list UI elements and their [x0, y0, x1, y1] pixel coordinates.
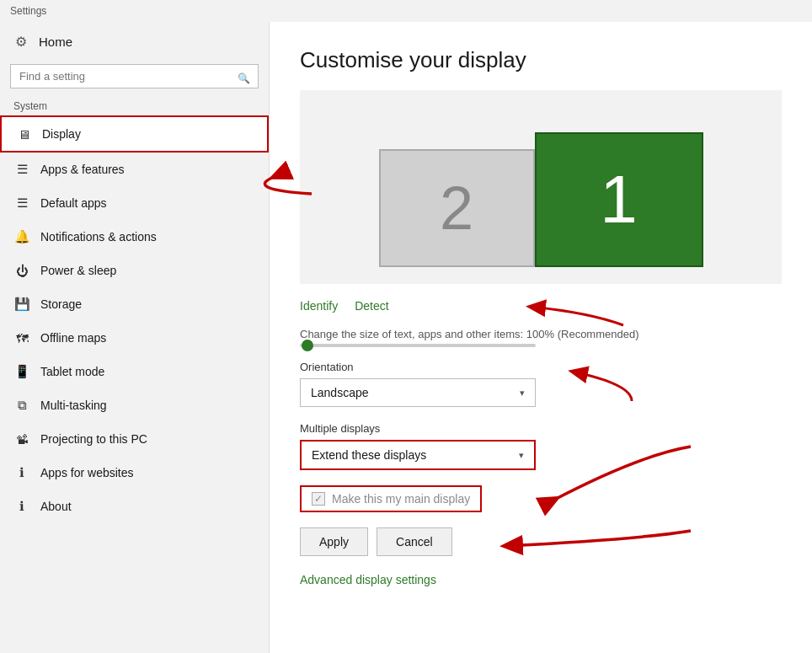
- power-sleep-label: Power & sleep: [40, 264, 116, 277]
- sidebar-display-label: Display: [42, 127, 81, 141]
- sidebar-item-home[interactable]: ⚙ Home: [0, 22, 269, 61]
- apps-features-icon: ☰: [13, 161, 30, 178]
- sidebar-item-default-apps[interactable]: ☰ Default apps: [0, 186, 269, 220]
- advanced-display-link[interactable]: Advanced display settings: [300, 573, 436, 586]
- main-content: Customise your display 2 1 Identify Dete…: [270, 22, 812, 653]
- orientation-dropdown[interactable]: Landscape ▾: [300, 378, 536, 407]
- tablet-mode-label: Tablet mode: [40, 365, 104, 378]
- monitor-1[interactable]: 1: [535, 132, 703, 267]
- sidebar-item-display[interactable]: 🖥 Display: [0, 115, 269, 153]
- about-icon: ℹ: [13, 498, 30, 515]
- power-icon: ⏻: [13, 262, 30, 279]
- make-main-label: Make this my main display: [332, 492, 470, 506]
- display-links: Identify Detect: [300, 299, 782, 313]
- projecting-icon: 📽: [13, 431, 30, 447]
- page-title: Customise your display: [300, 47, 782, 73]
- multiple-displays-dropdown-arrow: ▾: [519, 450, 524, 461]
- multitasking-label: Multi-tasking: [40, 399, 107, 412]
- orientation-dropdown-arrow: ▾: [520, 388, 525, 399]
- sidebar-item-notifications[interactable]: 🔔 Notifications & actions: [0, 220, 269, 254]
- title-bar: Settings: [0, 0, 812, 22]
- notifications-label: Notifications & actions: [40, 230, 157, 244]
- home-label: Home: [39, 35, 72, 49]
- offline-maps-label: Offline maps: [40, 331, 106, 345]
- notifications-icon: 🔔: [13, 228, 30, 245]
- sidebar-item-tablet-mode[interactable]: 📱 Tablet mode: [0, 355, 269, 388]
- sidebar-item-apps-websites[interactable]: ℹ Apps for websites: [0, 456, 269, 490]
- display-preview: 2 1: [300, 90, 782, 284]
- app-title: Settings: [10, 5, 46, 17]
- sidebar-item-offline-maps[interactable]: 🗺 Offline maps: [0, 321, 269, 355]
- sidebar-item-power-sleep[interactable]: ⏻ Power & sleep: [0, 254, 269, 287]
- tablet-mode-icon: 📱: [13, 363, 30, 380]
- make-main-checkbox[interactable]: ✓: [312, 492, 325, 506]
- make-main-display-row[interactable]: ✓ Make this my main display: [300, 485, 482, 512]
- scale-slider-track[interactable]: [300, 344, 536, 347]
- display-icon: 🖥: [15, 126, 32, 142]
- search-row: 🔍: [0, 61, 269, 95]
- multiple-displays-label: Multiple displays: [300, 422, 782, 435]
- projecting-label: Projecting to this PC: [40, 432, 147, 446]
- cancel-button[interactable]: Cancel: [377, 527, 452, 556]
- apps-features-label: Apps & features: [40, 163, 125, 176]
- button-row: Apply Cancel: [300, 527, 782, 556]
- multiple-displays-value: Extend these displays: [312, 448, 426, 462]
- multitasking-icon: ⧉: [13, 397, 30, 414]
- apply-button[interactable]: Apply: [300, 527, 368, 556]
- scale-label: Change the size of text, apps and other …: [300, 328, 782, 340]
- sidebar-item-storage[interactable]: 💾 Storage: [0, 287, 269, 321]
- sidebar-item-about[interactable]: ℹ About: [0, 490, 269, 523]
- search-icon: 🔍: [238, 72, 250, 84]
- scale-slider-row: [300, 344, 782, 347]
- scale-slider-thumb: [302, 340, 313, 351]
- identify-link[interactable]: Identify: [300, 299, 338, 313]
- storage-label: Storage: [40, 297, 82, 311]
- multiple-displays-dropdown[interactable]: Extend these displays ▾: [300, 440, 536, 470]
- apps-websites-label: Apps for websites: [40, 466, 134, 479]
- sidebar-item-multitasking[interactable]: ⧉ Multi-tasking: [0, 388, 269, 422]
- sidebar: ⚙ Home 🔍 System 🖥 Display ☰ Apps & featu…: [0, 22, 270, 653]
- orientation-label: Orientation: [300, 361, 782, 373]
- about-label: About: [40, 500, 72, 513]
- default-apps-icon: ☰: [13, 195, 30, 211]
- sidebar-item-projecting[interactable]: 📽 Projecting to this PC: [0, 422, 269, 456]
- default-apps-label: Default apps: [40, 196, 107, 210]
- detect-link[interactable]: Detect: [355, 299, 388, 313]
- offline-maps-icon: 🗺: [13, 329, 30, 346]
- search-input[interactable]: [10, 64, 259, 88]
- home-icon: ⚙: [13, 34, 29, 49]
- monitor-2[interactable]: 2: [379, 149, 535, 267]
- system-section-label: System: [0, 95, 269, 115]
- apps-websites-icon: ℹ: [13, 464, 30, 481]
- orientation-value: Landscape: [311, 386, 369, 399]
- sidebar-item-apps-features[interactable]: ☰ Apps & features: [0, 153, 269, 186]
- storage-icon: 💾: [13, 296, 30, 313]
